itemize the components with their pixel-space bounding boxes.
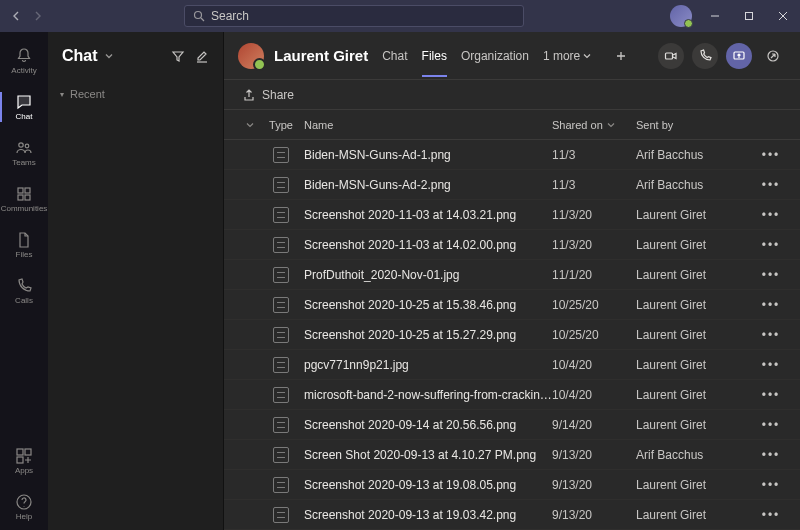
column-select[interactable] [238, 120, 262, 130]
file-name: Screenshot 2020-10-25 at 15.38.46.png [300, 298, 552, 312]
popout-icon [766, 49, 780, 63]
row-more-button[interactable]: ••• [762, 388, 781, 402]
table-header: Type Name Shared on Sent by [224, 110, 800, 140]
chat-section-recent[interactable]: ▾ Recent [48, 84, 223, 104]
file-sender: Arif Bacchus [636, 178, 756, 192]
table-row[interactable]: Screenshot 2020-09-14 at 20.56.56.png9/1… [224, 410, 800, 440]
rail-label: Files [16, 251, 33, 259]
file-shared-date: 10/25/20 [552, 328, 636, 342]
table-row[interactable]: Screenshot 2020-09-13 at 19.08.05.png9/1… [224, 470, 800, 500]
column-shared[interactable]: Shared on [552, 119, 636, 131]
table-row[interactable]: Screen Shot 2020-09-13 at 4.10.27 PM.png… [224, 440, 800, 470]
table-row[interactable]: Screenshot 2020-10-25 at 15.38.46.png10/… [224, 290, 800, 320]
image-file-icon [273, 387, 289, 403]
rail-files[interactable]: Files [0, 222, 48, 268]
row-more-button[interactable]: ••• [762, 358, 781, 372]
row-more-button[interactable]: ••• [762, 448, 781, 462]
table-row[interactable]: Biden-MSN-Guns-Ad-2.png11/3Arif Bacchus•… [224, 170, 800, 200]
window-minimize-button[interactable] [698, 0, 732, 32]
section-label: Recent [70, 88, 105, 100]
rail-calls[interactable]: Calls [0, 268, 48, 314]
file-name: Biden-MSN-Guns-Ad-2.png [300, 178, 552, 192]
rail-apps[interactable]: Apps [0, 438, 48, 484]
tab-more-label: 1 more [543, 49, 580, 63]
file-shared-date: 9/13/20 [552, 478, 636, 492]
nav-forward-button[interactable] [30, 9, 44, 23]
row-more-button[interactable]: ••• [762, 508, 781, 522]
file-name: Biden-MSN-Guns-Ad-1.png [300, 148, 552, 162]
share-button[interactable]: Share [242, 88, 294, 102]
rail-label: Activity [11, 67, 36, 75]
row-more-button[interactable]: ••• [762, 418, 781, 432]
table-row[interactable]: ProfDuthoit_2020-Nov-01.jpg11/1/20Lauren… [224, 260, 800, 290]
svg-rect-10 [18, 195, 23, 200]
svg-rect-16 [666, 53, 673, 59]
chat-icon [15, 93, 33, 111]
window-close-button[interactable] [766, 0, 800, 32]
image-file-icon [273, 507, 289, 523]
file-sender: Laurent Giret [636, 298, 756, 312]
table-row[interactable]: Screenshot 2020-11-03 at 14.03.21.png11/… [224, 200, 800, 230]
rail-chat[interactable]: Chat [0, 84, 48, 130]
image-file-icon [273, 267, 289, 283]
row-more-button[interactable]: ••• [762, 298, 781, 312]
row-more-button[interactable]: ••• [762, 148, 781, 162]
contact-avatar[interactable] [238, 43, 264, 69]
title-bar: Search [0, 0, 800, 32]
rail-label: Help [16, 513, 32, 521]
row-more-button[interactable]: ••• [762, 268, 781, 282]
tab-more[interactable]: 1 more [543, 35, 591, 77]
table-row[interactable]: Screenshot 2020-09-13 at 19.03.42.png9/1… [224, 500, 800, 530]
rail-activity[interactable]: Activity [0, 38, 48, 84]
audio-call-button[interactable] [692, 43, 718, 69]
row-more-button[interactable]: ••• [762, 178, 781, 192]
video-call-button[interactable] [658, 43, 684, 69]
add-tab-button[interactable] [615, 50, 627, 62]
rail-communities[interactable]: Communities [0, 176, 48, 222]
row-more-button[interactable]: ••• [762, 208, 781, 222]
chevron-down-icon[interactable] [104, 51, 114, 61]
file-sender: Laurent Giret [636, 328, 756, 342]
table-row[interactable]: pgcv771nn9p21.jpg10/4/20Laurent Giret••• [224, 350, 800, 380]
row-more-button[interactable]: ••• [762, 238, 781, 252]
search-input[interactable]: Search [184, 5, 524, 27]
phone-icon [15, 277, 33, 295]
table-body[interactable]: Biden-MSN-Guns-Ad-1.png11/3Arif Bacchus•… [224, 140, 800, 530]
pop-out-button[interactable] [760, 43, 786, 69]
column-name[interactable]: Name [300, 119, 552, 131]
video-icon [664, 49, 678, 63]
file-sender: Laurent Giret [636, 268, 756, 282]
help-icon [15, 493, 33, 511]
file-sender: Laurent Giret [636, 508, 756, 522]
row-more-button[interactable]: ••• [762, 478, 781, 492]
table-row[interactable]: Screenshot 2020-11-03 at 14.02.00.png11/… [224, 230, 800, 260]
new-chat-button[interactable] [195, 49, 209, 63]
current-user-avatar[interactable] [670, 5, 692, 27]
search-icon [193, 10, 205, 22]
image-file-icon [273, 357, 289, 373]
image-file-icon [273, 477, 289, 493]
image-file-icon [273, 447, 289, 463]
share-screen-button[interactable] [726, 43, 752, 69]
file-icon [15, 231, 33, 249]
plus-icon [615, 50, 627, 62]
compose-icon [195, 49, 209, 63]
column-sent[interactable]: Sent by [636, 119, 756, 131]
window-maximize-button[interactable] [732, 0, 766, 32]
svg-rect-13 [25, 449, 31, 455]
tab-organization[interactable]: Organization [461, 35, 529, 77]
table-row[interactable]: microsoft-band-2-now-suffering-from-crac… [224, 380, 800, 410]
row-more-button[interactable]: ••• [762, 328, 781, 342]
file-sender: Laurent Giret [636, 388, 756, 402]
table-row[interactable]: Biden-MSN-Guns-Ad-1.png11/3Arif Bacchus•… [224, 140, 800, 170]
filter-button[interactable] [171, 49, 185, 63]
tab-files[interactable]: Files [422, 35, 447, 77]
table-row[interactable]: Screenshot 2020-10-25 at 15.27.29.png10/… [224, 320, 800, 350]
column-type[interactable]: Type [262, 119, 300, 131]
file-name: ProfDuthoit_2020-Nov-01.jpg [300, 268, 552, 282]
rail-teams[interactable]: Teams [0, 130, 48, 176]
nav-back-button[interactable] [10, 9, 24, 23]
tab-chat[interactable]: Chat [382, 35, 407, 77]
rail-help[interactable]: Help [0, 484, 48, 530]
file-sender: Arif Bacchus [636, 448, 756, 462]
